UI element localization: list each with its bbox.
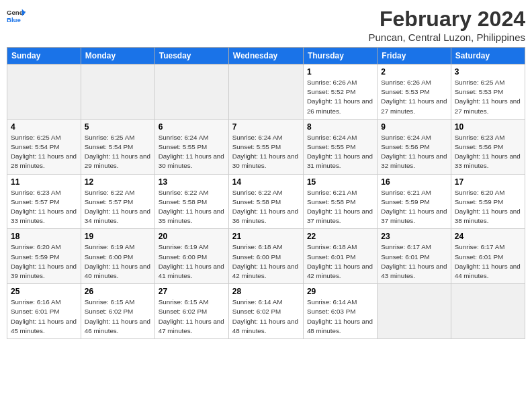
page-header: General Blue February 2024 Puncan, Centr… <box>7 7 525 43</box>
calendar-week-2: 11Sunrise: 6:23 AM Sunset: 5:57 PM Dayli… <box>7 174 525 229</box>
calendar-cell: 15Sunrise: 6:21 AM Sunset: 5:58 PM Dayli… <box>303 174 377 229</box>
calendar-cell: 2Sunrise: 6:26 AM Sunset: 5:53 PM Daylig… <box>378 64 451 120</box>
day-info: Sunrise: 6:19 AM Sunset: 6:00 PM Dayligh… <box>159 242 225 281</box>
day-info: Sunrise: 6:18 AM Sunset: 6:00 PM Dayligh… <box>232 242 300 281</box>
calendar-cell <box>154 64 228 120</box>
calendar-cell: 27Sunrise: 6:15 AM Sunset: 6:02 PM Dayli… <box>154 284 228 339</box>
day-info: Sunrise: 6:24 AM Sunset: 5:55 PM Dayligh… <box>232 133 300 171</box>
day-info: Sunrise: 6:18 AM Sunset: 6:01 PM Dayligh… <box>307 242 373 281</box>
day-number: 8 <box>307 122 373 132</box>
day-info: Sunrise: 6:22 AM Sunset: 5:58 PM Dayligh… <box>232 188 300 226</box>
day-info: Sunrise: 6:25 AM Sunset: 5:53 PM Dayligh… <box>455 78 521 116</box>
day-number: 25 <box>11 287 77 296</box>
day-info: Sunrise: 6:24 AM Sunset: 5:55 PM Dayligh… <box>159 133 225 171</box>
calendar-week-1: 4Sunrise: 6:25 AM Sunset: 5:54 PM Daylig… <box>7 119 525 174</box>
calendar-week-4: 25Sunrise: 6:16 AM Sunset: 6:01 PM Dayli… <box>7 284 525 339</box>
day-number: 19 <box>85 232 151 241</box>
weekday-tuesday: Tuesday <box>154 48 228 64</box>
calendar-cell: 1Sunrise: 6:26 AM Sunset: 5:52 PM Daylig… <box>303 64 377 120</box>
day-info: Sunrise: 6:23 AM Sunset: 5:57 PM Dayligh… <box>11 188 77 226</box>
calendar-cell: 6Sunrise: 6:24 AM Sunset: 5:55 PM Daylig… <box>154 119 228 174</box>
calendar-cell: 5Sunrise: 6:25 AM Sunset: 5:54 PM Daylig… <box>81 119 154 174</box>
day-info: Sunrise: 6:17 AM Sunset: 6:01 PM Dayligh… <box>455 242 521 281</box>
day-number: 2 <box>381 67 447 77</box>
calendar-cell: 25Sunrise: 6:16 AM Sunset: 6:01 PM Dayli… <box>7 284 81 339</box>
calendar-cell: 23Sunrise: 6:17 AM Sunset: 6:01 PM Dayli… <box>378 229 451 284</box>
calendar-cell: 12Sunrise: 6:22 AM Sunset: 5:57 PM Dayli… <box>81 174 154 229</box>
calendar-cell <box>378 284 451 339</box>
day-info: Sunrise: 6:22 AM Sunset: 5:58 PM Dayligh… <box>159 188 225 226</box>
calendar-cell: 26Sunrise: 6:15 AM Sunset: 6:02 PM Dayli… <box>81 284 154 339</box>
day-number: 9 <box>381 122 447 132</box>
calendar-week-3: 18Sunrise: 6:20 AM Sunset: 5:59 PM Dayli… <box>7 229 525 284</box>
day-number: 27 <box>159 287 225 296</box>
calendar-cell: 10Sunrise: 6:23 AM Sunset: 5:56 PM Dayli… <box>451 119 525 174</box>
day-info: Sunrise: 6:17 AM Sunset: 6:01 PM Dayligh… <box>381 242 447 281</box>
day-number: 15 <box>307 177 373 187</box>
calendar-cell: 11Sunrise: 6:23 AM Sunset: 5:57 PM Dayli… <box>7 174 81 229</box>
day-number: 5 <box>85 122 151 132</box>
day-info: Sunrise: 6:20 AM Sunset: 5:59 PM Dayligh… <box>455 188 521 226</box>
calendar-cell <box>7 64 81 120</box>
day-info: Sunrise: 6:16 AM Sunset: 6:01 PM Dayligh… <box>11 298 77 336</box>
location-title: Puncan, Central Luzon, Philippines <box>369 32 525 43</box>
day-number: 21 <box>232 232 300 241</box>
calendar-cell: 3Sunrise: 6:25 AM Sunset: 5:53 PM Daylig… <box>451 64 525 120</box>
weekday-friday: Friday <box>378 48 451 64</box>
day-info: Sunrise: 6:20 AM Sunset: 5:59 PM Dayligh… <box>11 242 77 281</box>
calendar-cell: 8Sunrise: 6:24 AM Sunset: 5:55 PM Daylig… <box>303 119 377 174</box>
logo-icon: General Blue <box>7 7 26 26</box>
calendar-cell: 9Sunrise: 6:24 AM Sunset: 5:56 PM Daylig… <box>378 119 451 174</box>
day-number: 20 <box>159 232 225 241</box>
day-info: Sunrise: 6:22 AM Sunset: 5:57 PM Dayligh… <box>85 188 151 226</box>
day-number: 17 <box>455 177 521 187</box>
svg-text:Blue: Blue <box>7 16 21 24</box>
day-info: Sunrise: 6:26 AM Sunset: 5:52 PM Dayligh… <box>307 78 373 116</box>
calendar-cell: 29Sunrise: 6:14 AM Sunset: 6:03 PM Dayli… <box>303 284 377 339</box>
weekday-saturday: Saturday <box>451 48 525 64</box>
day-info: Sunrise: 6:14 AM Sunset: 6:02 PM Dayligh… <box>232 298 300 336</box>
calendar-cell <box>228 64 303 120</box>
calendar-cell: 17Sunrise: 6:20 AM Sunset: 5:59 PM Dayli… <box>451 174 525 229</box>
day-info: Sunrise: 6:15 AM Sunset: 6:02 PM Dayligh… <box>85 298 151 336</box>
day-number: 14 <box>232 177 300 187</box>
day-number: 28 <box>232 287 300 296</box>
day-info: Sunrise: 6:26 AM Sunset: 5:53 PM Dayligh… <box>381 78 447 116</box>
day-number: 3 <box>455 67 521 77</box>
title-area: February 2024 Puncan, Central Luzon, Phi… <box>369 7 525 43</box>
month-title: February 2024 <box>369 7 525 32</box>
calendar-week-0: 1Sunrise: 6:26 AM Sunset: 5:52 PM Daylig… <box>7 64 525 120</box>
day-info: Sunrise: 6:25 AM Sunset: 5:54 PM Dayligh… <box>11 133 77 171</box>
weekday-sunday: Sunday <box>7 48 81 64</box>
weekday-wednesday: Wednesday <box>228 48 303 64</box>
calendar-cell: 24Sunrise: 6:17 AM Sunset: 6:01 PM Dayli… <box>451 229 525 284</box>
day-number: 29 <box>307 287 373 296</box>
calendar-cell: 7Sunrise: 6:24 AM Sunset: 5:55 PM Daylig… <box>228 119 303 174</box>
calendar-cell: 21Sunrise: 6:18 AM Sunset: 6:00 PM Dayli… <box>228 229 303 284</box>
calendar-cell: 14Sunrise: 6:22 AM Sunset: 5:58 PM Dayli… <box>228 174 303 229</box>
weekday-monday: Monday <box>81 48 154 64</box>
day-info: Sunrise: 6:14 AM Sunset: 6:03 PM Dayligh… <box>307 298 373 336</box>
day-number: 1 <box>307 67 373 77</box>
weekday-header-row: SundayMondayTuesdayWednesdayThursdayFrid… <box>7 48 525 64</box>
day-number: 10 <box>455 122 521 132</box>
day-info: Sunrise: 6:25 AM Sunset: 5:54 PM Dayligh… <box>85 133 151 171</box>
calendar-cell <box>451 284 525 339</box>
day-info: Sunrise: 6:24 AM Sunset: 5:56 PM Dayligh… <box>381 133 447 171</box>
calendar-cell: 20Sunrise: 6:19 AM Sunset: 6:00 PM Dayli… <box>154 229 228 284</box>
day-number: 6 <box>159 122 225 132</box>
day-info: Sunrise: 6:23 AM Sunset: 5:56 PM Dayligh… <box>455 133 521 171</box>
day-number: 4 <box>11 122 77 132</box>
day-info: Sunrise: 6:21 AM Sunset: 5:58 PM Dayligh… <box>307 188 373 226</box>
calendar-body: 1Sunrise: 6:26 AM Sunset: 5:52 PM Daylig… <box>7 64 525 339</box>
day-number: 24 <box>455 232 521 241</box>
day-number: 22 <box>307 232 373 241</box>
calendar-cell: 18Sunrise: 6:20 AM Sunset: 5:59 PM Dayli… <box>7 229 81 284</box>
calendar-cell: 4Sunrise: 6:25 AM Sunset: 5:54 PM Daylig… <box>7 119 81 174</box>
day-number: 7 <box>232 122 300 132</box>
logo: General Blue <box>7 7 26 26</box>
day-info: Sunrise: 6:15 AM Sunset: 6:02 PM Dayligh… <box>159 298 225 336</box>
weekday-thursday: Thursday <box>303 48 377 64</box>
calendar-cell: 19Sunrise: 6:19 AM Sunset: 6:00 PM Dayli… <box>81 229 154 284</box>
calendar-table: SundayMondayTuesdayWednesdayThursdayFrid… <box>7 47 525 339</box>
